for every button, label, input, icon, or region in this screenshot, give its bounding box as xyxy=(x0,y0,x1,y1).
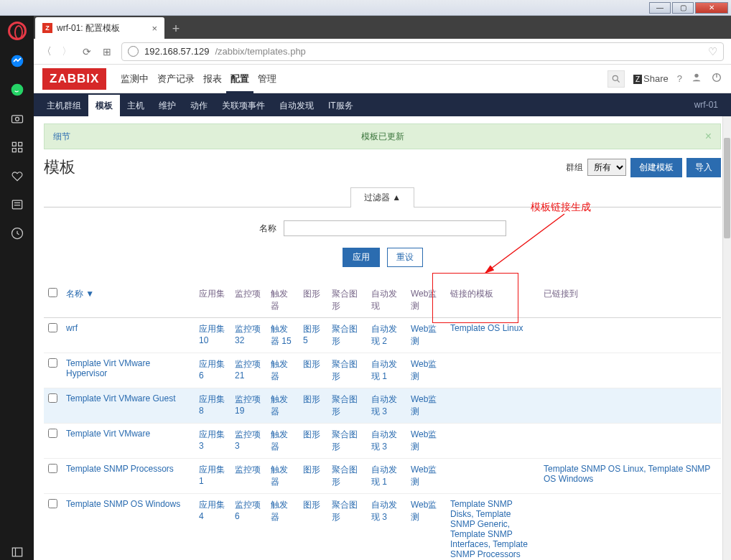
graphs-link[interactable]: 图形 xyxy=(303,429,320,439)
col-header-7[interactable]: 自动发现 xyxy=(367,283,406,318)
create-template-button[interactable]: 创建模板 xyxy=(630,158,682,177)
template-name-link[interactable]: Template SNMP Processors xyxy=(66,464,174,474)
subnav-item-1[interactable]: 模板 xyxy=(88,95,120,116)
opera-logo-icon[interactable] xyxy=(8,22,27,40)
apps-link[interactable]: 应用集 10 xyxy=(199,324,225,345)
tab-close-icon[interactable]: × xyxy=(152,23,157,34)
graphs-link[interactable]: 图形 xyxy=(303,500,320,510)
scrollbar-thumb[interactable] xyxy=(724,138,730,238)
items-link[interactable]: 监控项 21 xyxy=(235,359,261,381)
graphs-link[interactable]: 图形 xyxy=(303,394,320,404)
history-icon[interactable] xyxy=(9,225,25,241)
maximize-button[interactable]: ▢ xyxy=(672,2,694,14)
forward-button[interactable]: 〉 xyxy=(61,46,73,57)
main-tab-1[interactable]: 资产记录 xyxy=(153,66,199,93)
main-tab-0[interactable]: 监测中 xyxy=(116,66,153,93)
filter-apply-button[interactable]: 应用 xyxy=(343,248,380,267)
disc-link[interactable]: 自动发现 1 xyxy=(371,359,397,381)
reload-button[interactable]: ⟳ xyxy=(81,46,93,57)
triggers-link[interactable]: 触发器 xyxy=(271,394,288,416)
power-icon[interactable] xyxy=(711,72,722,85)
filter-reset-button[interactable]: 重设 xyxy=(387,248,423,267)
items-link[interactable]: 监控项 19 xyxy=(235,394,261,416)
template-name-link[interactable]: Template Virt VMware Guest xyxy=(66,393,176,403)
linked-to-link[interactable]: Template SNMP OS Linux, Template SNMP OS… xyxy=(544,464,710,484)
apps-link[interactable]: 应用集 1 xyxy=(199,465,225,486)
alert-detail-link[interactable]: 细节 xyxy=(53,131,70,143)
group-select[interactable]: 所有 xyxy=(587,159,626,176)
subnav-item-3[interactable]: 维护 xyxy=(152,95,183,116)
main-tab-4[interactable]: 管理 xyxy=(253,66,281,93)
alert-close-icon[interactable]: × xyxy=(705,130,712,143)
web-link[interactable]: Web监测 xyxy=(411,500,437,522)
row-checkbox[interactable] xyxy=(48,358,57,368)
disc-link[interactable]: 自动发现 1 xyxy=(371,465,397,487)
subnav-item-0[interactable]: 主机群组 xyxy=(39,95,88,116)
web-link[interactable]: Web监测 xyxy=(411,429,437,452)
close-button[interactable]: ✕ xyxy=(695,2,728,14)
triggers-link[interactable]: 触发器 xyxy=(271,465,288,487)
row-checkbox[interactable] xyxy=(48,323,57,332)
browser-tab[interactable]: Z wrf-01: 配置模板 × xyxy=(35,17,164,39)
graphs-link[interactable]: 图形 5 xyxy=(303,324,320,345)
linked-template-link[interactable]: Template SNMP Disks, Template SNMP Gener… xyxy=(450,499,528,559)
graphs-link[interactable]: 图形 xyxy=(303,359,320,369)
search-button[interactable] xyxy=(607,70,625,88)
screens-link[interactable]: 聚合图形 xyxy=(332,500,358,522)
whatsapp-icon[interactable] xyxy=(9,82,25,98)
row-checkbox[interactable] xyxy=(48,464,57,473)
col-header-5[interactable]: 图形 xyxy=(299,283,327,318)
disc-link[interactable]: 自动发现 3 xyxy=(371,429,397,452)
web-link[interactable]: Web监测 xyxy=(411,324,437,346)
url-input[interactable]: 192.168.57.129/zabbix/templates.php ♡ xyxy=(121,42,724,61)
new-tab-button[interactable]: + xyxy=(166,19,186,39)
zabbix-logo[interactable]: ZABBIX xyxy=(42,68,106,90)
subnav-item-6[interactable]: 自动发现 xyxy=(272,95,321,116)
scrollbar[interactable] xyxy=(722,116,731,560)
bookmark-icon[interactable]: ♡ xyxy=(708,45,717,58)
template-name-link[interactable]: wrf xyxy=(66,323,78,333)
col-header-2[interactable]: 应用集 xyxy=(195,283,231,318)
subnav-item-2[interactable]: 主机 xyxy=(120,95,152,116)
messenger-icon[interactable] xyxy=(9,53,25,69)
col-header-8[interactable]: Web监测 xyxy=(406,283,446,318)
triggers-link[interactable]: 触发器 xyxy=(271,359,288,381)
template-name-link[interactable]: Template Virt VMware Hypervisor xyxy=(66,358,150,378)
main-tab-3[interactable]: 配置 xyxy=(226,66,253,93)
heart-icon[interactable] xyxy=(9,168,25,184)
items-link[interactable]: 监控项 32 xyxy=(235,324,261,345)
news-icon[interactable] xyxy=(9,197,25,213)
web-link[interactable]: Web监测 xyxy=(411,359,437,381)
disc-link[interactable]: 自动发现 2 xyxy=(371,324,397,346)
subnav-item-7[interactable]: IT服务 xyxy=(321,95,360,116)
apps-link[interactable]: 应用集 3 xyxy=(199,429,225,451)
triggers-link[interactable]: 触发器 15 xyxy=(271,324,292,346)
row-checkbox[interactable] xyxy=(48,393,57,403)
back-button[interactable]: 〈 xyxy=(41,46,52,57)
help-icon[interactable]: ? xyxy=(677,73,682,84)
filter-name-input[interactable] xyxy=(284,220,506,236)
apps-link[interactable]: 应用集 8 xyxy=(199,394,225,416)
items-link[interactable]: 监控项 xyxy=(235,465,261,475)
web-link[interactable]: Web监测 xyxy=(411,465,437,487)
disc-link[interactable]: 自动发现 3 xyxy=(371,394,397,416)
screens-link[interactable]: 聚合图形 xyxy=(332,359,358,381)
col-header-4[interactable]: 触发器 xyxy=(266,283,299,318)
row-checkbox[interactable] xyxy=(48,499,57,508)
import-button[interactable]: 导入 xyxy=(686,158,721,177)
col-header-3[interactable]: 监控项 xyxy=(231,283,266,318)
minimize-button[interactable]: — xyxy=(649,2,671,14)
screens-link[interactable]: 聚合图形 xyxy=(332,394,358,416)
screens-link[interactable]: 聚合图形 xyxy=(332,324,358,346)
filter-toggle[interactable]: 过滤器 ▲ xyxy=(350,187,414,207)
apps-link[interactable]: 应用集 4 xyxy=(199,500,225,521)
col-header-1[interactable]: 名称 ▼ xyxy=(62,283,195,318)
subnav-item-4[interactable]: 动作 xyxy=(183,95,215,116)
template-name-link[interactable]: Template Virt VMware xyxy=(66,429,150,439)
main-tab-2[interactable]: 报表 xyxy=(199,66,226,93)
items-link[interactable]: 监控项 6 xyxy=(235,500,261,521)
row-checkbox[interactable] xyxy=(48,429,57,438)
user-icon[interactable] xyxy=(691,72,702,85)
apps-link[interactable]: 应用集 6 xyxy=(199,359,225,381)
triggers-link[interactable]: 触发器 xyxy=(271,500,288,522)
